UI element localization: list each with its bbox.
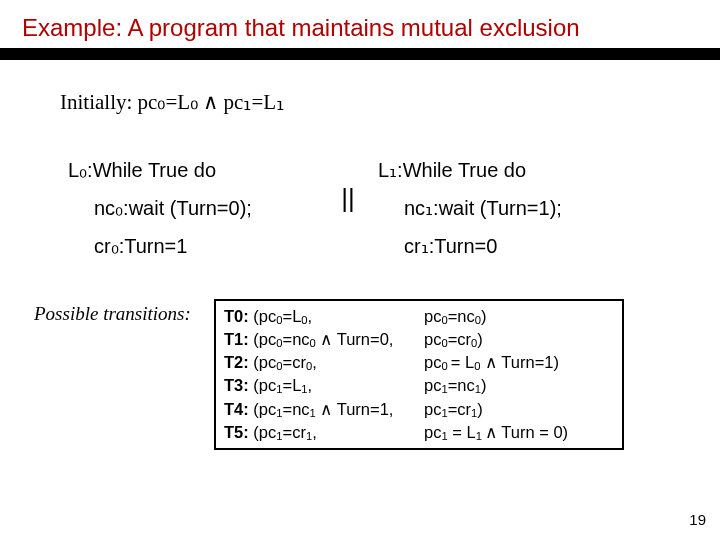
slide: Example: A program that maintains mutual… [0,0,720,540]
transitions-box: T0: (pc0=L0, T1: (pc0=nc0 ∧ Turn=0, T2: … [214,299,624,450]
t1-left: (pc0=nc0 ∧ Turn=0, [253,330,393,348]
transitions-right-col: pc0=nc0) pc0=cr0) pc0 = L0 ∧ Turn=1) pc1… [424,305,614,444]
program-0-wait: nc₀:wait (Turn=0); [94,189,318,227]
transition-line: T1: (pc0=nc0 ∧ Turn=0, [224,328,424,351]
transition-line: T4: (pc1=nc1 ∧ Turn=1, [224,398,424,421]
title-underline [0,50,720,60]
transition-line: T0: (pc0=L0, [224,305,424,328]
t3-right: pc1=nc1) [424,374,614,397]
slide-title: Example: A program that maintains mutual… [0,0,720,50]
transition-line: T5: (pc1=cr1, [224,421,424,444]
parallel-separator: || [318,151,378,214]
program-1-wait: nc₁:wait (Turn=1); [404,189,628,227]
t4-left: (pc1=nc1 ∧ Turn=1, [253,400,393,418]
program-0: L₀:While True do nc₀:wait (Turn=0); cr₀:… [68,151,318,265]
t0-right: pc0=nc0) [424,305,614,328]
initial-condition: Initially: pc₀=L₀ ∧ pc₁=L₁ [60,90,720,115]
program-0-cr: cr₀:Turn=1 [94,227,318,265]
program-0-head: L₀:While True do [68,151,318,189]
programs-row: L₀:While True do nc₀:wait (Turn=0); cr₀:… [68,151,720,265]
t0-left: (pc0=L0, [253,307,312,325]
t2-right: pc0 = L0 ∧ Turn=1) [424,351,614,374]
t3-left: (pc1=L1, [253,376,312,394]
t2-left: (pc0=cr0, [253,353,316,371]
program-1-cr: cr₁:Turn=0 [404,227,628,265]
t4-right: pc1=cr1) [424,398,614,421]
transition-line: T2: (pc0=cr0, [224,351,424,374]
transition-line: T3: (pc1=L1, [224,374,424,397]
transitions-label: Possible transitions: [34,299,214,325]
t5-right: pc1 = L1 ∧ Turn = 0) [424,421,614,444]
program-1-head: L₁:While True do [378,151,628,189]
page-number: 19 [689,511,706,528]
transitions-row: Possible transitions: T0: (pc0=L0, T1: (… [34,299,720,450]
transitions-left-col: T0: (pc0=L0, T1: (pc0=nc0 ∧ Turn=0, T2: … [224,305,424,444]
t5-left: (pc1=cr1, [253,423,316,441]
program-1: L₁:While True do nc₁:wait (Turn=1); cr₁:… [378,151,628,265]
t1-right: pc0=cr0) [424,328,614,351]
